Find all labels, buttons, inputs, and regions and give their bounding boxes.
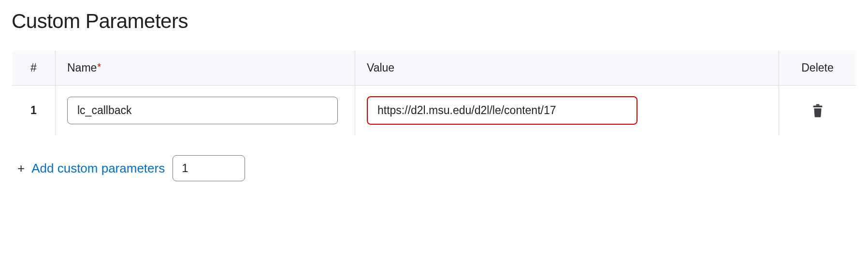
add-link-label: Add custom parameters <box>31 161 165 176</box>
row-index: 1 <box>12 86 56 136</box>
column-header-index: # <box>12 51 56 86</box>
custom-parameters-table: # Name* Value Delete 1 <box>12 50 856 136</box>
add-parameters-row: + Add custom parameters <box>17 155 856 181</box>
column-header-name: Name* <box>56 51 355 86</box>
plus-icon: + <box>17 161 25 176</box>
trash-icon <box>811 103 825 118</box>
column-header-delete: Delete <box>779 51 856 86</box>
header-name-text: Name <box>67 61 97 74</box>
parameter-name-input[interactable] <box>67 97 338 124</box>
add-count-input[interactable] <box>173 155 245 181</box>
column-header-value: Value <box>355 51 779 86</box>
table-row: 1 <box>12 86 856 136</box>
add-custom-parameters-link[interactable]: + Add custom parameters <box>17 161 165 176</box>
required-indicator: * <box>97 61 101 72</box>
parameter-value-input[interactable] <box>367 96 637 125</box>
delete-row-button[interactable] <box>808 101 827 121</box>
page-title: Custom Parameters <box>12 10 856 33</box>
svg-rect-1 <box>816 104 819 105</box>
svg-rect-0 <box>813 105 822 107</box>
